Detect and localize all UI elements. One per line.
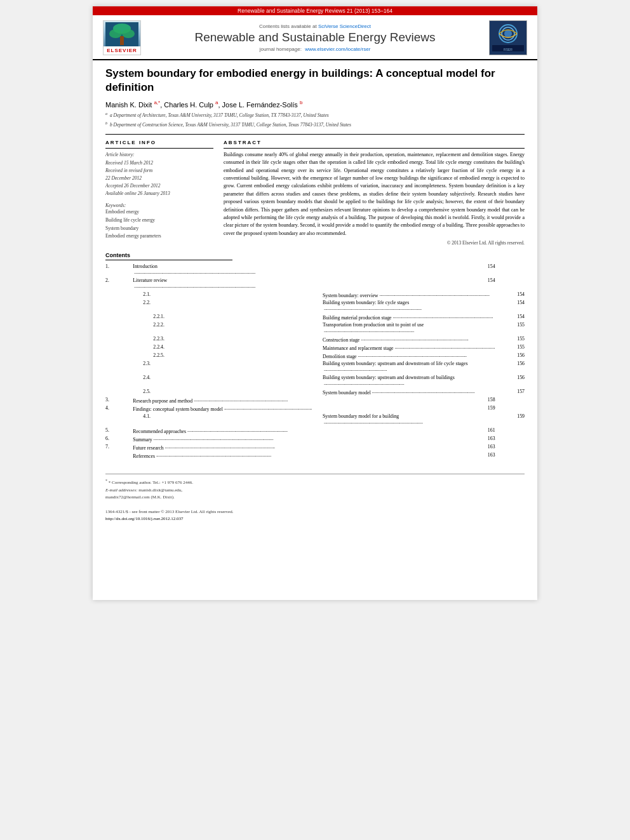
- toc-row: 2.2.2. Transportation from production un…: [105, 321, 525, 335]
- contents-section: Contents 1. Introduction ...............…: [105, 252, 525, 460]
- toc-num: 1.: [105, 263, 133, 277]
- toc-row: 6. Summary .............................…: [105, 435, 525, 443]
- svg-point-8: [504, 30, 512, 37]
- toc-num: [105, 321, 133, 335]
- toc-num: 3.: [105, 396, 133, 404]
- journal-title-block: Contents lists available at SciVerse Sci…: [146, 23, 484, 52]
- toc-num: [105, 343, 133, 352]
- toc-label: Construction stage .....................…: [323, 335, 495, 343]
- toc-sub: 2.2.5.: [133, 352, 323, 360]
- toc-num: [105, 360, 133, 374]
- toc-num: [105, 313, 133, 321]
- toc-label: Recommended approaches .................…: [133, 427, 323, 435]
- contents-heading: Contents: [105, 252, 232, 260]
- toc-row: 2.2. Building system boundary: life cycl…: [105, 299, 525, 313]
- toc-num: 6.: [105, 435, 133, 443]
- toc-label: Transportation from production unit to p…: [323, 321, 495, 335]
- journal-citation: Renewable and Sustainable Energy Reviews…: [238, 8, 392, 14]
- copyright-notice: © 2013 Elsevier Ltd. All rights reserved…: [224, 240, 525, 246]
- toc-num: [105, 291, 133, 299]
- toc-page: 154: [495, 299, 525, 313]
- toc-row: 2.2.1. Building material production stag…: [105, 313, 525, 321]
- article-history-block: Article history: Received 15 March 2012 …: [105, 151, 213, 197]
- toc-label: Future research ........................…: [133, 443, 323, 451]
- toc-sub: 2.4.: [133, 374, 323, 388]
- toc-row: 2.2.4. Maintenance and replacement stage…: [105, 343, 525, 352]
- toc-page: 154: [495, 291, 525, 299]
- received-date: Received 15 March 2012: [105, 159, 213, 167]
- license-text: 1364-4321/$ - see front matter © 2013 El…: [105, 509, 525, 516]
- journal-cover-thumbnail: RSER: [489, 20, 527, 55]
- keyword-1: Embodied energy: [105, 208, 213, 217]
- toc-page: 156: [495, 352, 525, 360]
- corresponding-author: * * Corresponding author. Tel.: +1 979 6…: [105, 478, 525, 487]
- available-date: Available online 26 January 2013: [105, 190, 213, 197]
- toc-row: 4. Findings: conceptual system boundary …: [105, 404, 525, 413]
- section-divider: [105, 134, 525, 135]
- toc-page: 154: [495, 313, 525, 321]
- toc-sub: 2.2.: [133, 299, 323, 313]
- affiliation-2: b b Department of Construction Science, …: [105, 121, 525, 129]
- journal-header: ELSEVIER Contents lists available at Sci…: [93, 15, 537, 60]
- authors-line: Manish K. Dixit a,*, Charles H. Culp a, …: [105, 100, 525, 109]
- toc-row: 2.2.3. Construction stage ..............…: [105, 335, 525, 343]
- sciverse-line: Contents lists available at SciVerse Sci…: [146, 23, 484, 29]
- toc-page: 155: [495, 335, 525, 343]
- doi-link[interactable]: http://dx.doi.org/10.1016/j.rser.2012.12…: [105, 516, 184, 521]
- journal-name: Renewable and Sustainable Energy Reviews: [146, 30, 484, 45]
- star-symbol: *: [105, 479, 107, 483]
- email-line-1: E-mail addresses: manish.dixit@tamu.edu,: [105, 487, 525, 494]
- toc-table: 1. Introduction ........................…: [105, 263, 525, 460]
- toc-sub: 2.3.: [133, 360, 323, 374]
- toc-num: [105, 352, 133, 360]
- homepage-link[interactable]: www.elsevier.com/locate/rser: [305, 46, 370, 52]
- elsevier-logo: ELSEVIER: [103, 20, 141, 55]
- abstract-text: Buildings consume nearly 40% of global e…: [224, 151, 525, 237]
- homepage-line: journal homepage: www.elsevier.com/locat…: [146, 46, 484, 52]
- main-content: System boundary for embodied energy in b…: [93, 60, 537, 466]
- toc-sub: 2.2.4.: [133, 343, 323, 352]
- corresponding-author-text: * Corresponding author. Tel.: +1 979 676…: [109, 480, 193, 485]
- toc-sub: 4.1.: [133, 413, 323, 427]
- toc-num: 4.: [105, 404, 133, 413]
- toc-label: System boundary: overview ..............…: [323, 291, 495, 299]
- toc-page: 157: [495, 388, 525, 396]
- toc-row: 2. Literature review ...................…: [105, 277, 525, 291]
- email-line-2: mandix72@hotmail.com (M.K. Dixit).: [105, 494, 525, 501]
- toc-row: 2.2.5. Demolition stage ................…: [105, 352, 525, 360]
- abstract-divider: [224, 148, 525, 149]
- keywords-block: Keywords: Embodied energy Building life …: [105, 203, 213, 241]
- toc-page: 156: [495, 374, 525, 388]
- info-divider: [105, 148, 213, 149]
- toc-label: Demolition stage .......................…: [323, 352, 495, 360]
- toc-body: 1. Introduction ........................…: [105, 263, 525, 460]
- toc-label: Building material production stage .....…: [323, 313, 495, 321]
- toc-num: [105, 388, 133, 396]
- toc-label: Introduction ...........................…: [133, 263, 323, 277]
- toc-num: [105, 299, 133, 313]
- article-title: System boundary for embodied energy in b…: [105, 67, 525, 95]
- toc-num: 7.: [105, 443, 133, 451]
- toc-sub: 2.1.: [133, 291, 323, 299]
- elsevier-logo-image: ELSEVIER: [103, 20, 141, 55]
- bottom-info: 1364-4321/$ - see front matter © 2013 El…: [93, 506, 537, 528]
- toc-page: 163: [323, 435, 495, 443]
- toc-row: 7. Future research .....................…: [105, 443, 525, 451]
- keywords-label: Keywords:: [105, 203, 213, 208]
- toc-row: 4.1. System boundary model for a buildin…: [105, 413, 525, 427]
- toc-page: 158: [323, 396, 495, 404]
- page: Renewable and Sustainable Energy Reviews…: [93, 6, 537, 600]
- toc-num: 5.: [105, 427, 133, 435]
- svg-text:RSER: RSER: [504, 48, 513, 51]
- toc-label: System boundary model for a building ...…: [323, 413, 495, 427]
- toc-row: 3. Research purpose and method .........…: [105, 396, 525, 404]
- article-info-label: ARTICLE INFO: [105, 140, 213, 145]
- keyword-2: Building life cycle energy: [105, 217, 213, 225]
- article-info-abstract-section: ARTICLE INFO Article history: Received 1…: [105, 140, 525, 246]
- sciverse-link[interactable]: SciVerse ScienceDirect: [318, 23, 371, 29]
- toc-page: 163: [323, 451, 495, 460]
- toc-row: 1. Introduction ........................…: [105, 263, 525, 277]
- email-label: E-mail addresses:: [105, 488, 138, 493]
- keyword-4: Embodied energy parameters: [105, 232, 213, 241]
- toc-sub: 2.2.3.: [133, 335, 323, 343]
